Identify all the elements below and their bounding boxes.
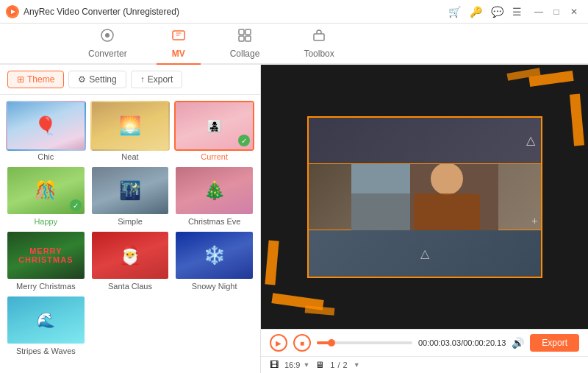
progress-fill (317, 341, 331, 344)
mv-icon (171, 28, 186, 46)
theme-name-christmas-eve: Christmas Eve (188, 217, 241, 226)
aspect-ratio-select[interactable]: 16:9 ▼ (284, 360, 309, 369)
maximize-button[interactable]: □ (548, 4, 564, 20)
theme-name-chic: Chic (37, 152, 54, 161)
tab-converter-label: Converter (88, 49, 127, 59)
theme-thumb-current: 👩‍👧‍👦 ✓ (174, 101, 254, 151)
seg-top-icon: △ (526, 133, 535, 147)
chat-icon[interactable]: 💬 (491, 6, 503, 18)
theme-name-stripes-waves: Stripes & Waves (16, 347, 76, 355)
title-bar: AnyRec Video Converter (Unregistered) 🛒 … (0, 0, 588, 24)
progress-dot (328, 339, 335, 347)
right-panel: △ (261, 65, 588, 373)
theme-name-simple: Simple (118, 217, 143, 226)
volume-icon[interactable]: 🔊 (512, 337, 524, 349)
tab-collage-label: Collage (230, 49, 260, 59)
theme-thumb-stripes-waves: 🌊 (6, 295, 86, 345)
app-logo (6, 5, 19, 18)
aspect-dropdown-arrow: ▼ (303, 361, 309, 369)
theme-item-current[interactable]: 👩‍👧‍👦 ✓ Current (174, 101, 254, 161)
theme-check-happy: ✓ (70, 199, 82, 211)
collage-icon (237, 28, 252, 46)
window-controls: — □ ✕ (531, 4, 582, 20)
film-icon: 🎞 (270, 360, 279, 370)
page-dropdown-arrow[interactable]: ▼ (354, 361, 360, 369)
stop-button[interactable]: ■ (293, 334, 311, 352)
theme-item-neat[interactable]: 🌅 Neat (90, 101, 171, 161)
theme-item-merry-christmas[interactable]: MERRY CHRISTMAS Merry Christmas (6, 230, 86, 291)
page-total: 2 (343, 360, 348, 369)
tab-toolbox[interactable]: Toolbox (289, 24, 348, 65)
subtab-export[interactable]: ↑ Export (131, 71, 183, 88)
theme-thumb-happy: 🎊 ✓ (6, 166, 86, 216)
theme-item-stripes-waves[interactable]: 🌊 Stripes & Waves (6, 295, 86, 355)
theme-item-santa-claus[interactable]: 🎅 Santa Claus (90, 230, 171, 291)
svg-rect-8 (245, 36, 251, 41)
seg-bot-icon: △ (420, 246, 429, 260)
theme-thumb-simple: 🌃 (90, 166, 171, 216)
export-button[interactable]: Export (530, 334, 579, 352)
time-total: 00:00:20.13 (463, 338, 506, 347)
svg-point-11 (431, 164, 463, 195)
cart-icon[interactable]: 🛒 (448, 6, 461, 18)
theme-name-current: Current (201, 152, 228, 161)
converter-icon (100, 28, 115, 46)
menu-icon[interactable]: ☰ (512, 6, 522, 18)
deco-strip-right (570, 94, 584, 146)
theme-grid-icon: ⊞ (17, 74, 24, 85)
svg-rect-15 (351, 164, 410, 193)
video-frame: △ (307, 116, 542, 278)
aspect-ratio-value: 16:9 (284, 360, 300, 369)
theme-item-chic[interactable]: 🎈 Chic (6, 101, 86, 161)
video-segments: △ (309, 118, 541, 277)
monitor-icon: 🖥 (315, 360, 324, 370)
video-seg-bot: △ (309, 230, 541, 277)
time-current: 00:00:03.03 (418, 338, 461, 347)
subtab-setting[interactable]: ⚙ Setting (68, 71, 126, 88)
svg-point-3 (105, 33, 110, 38)
theme-thumb-snowy-night: ❄️ (174, 230, 254, 280)
left-panel: ⊞ Theme ⚙ Setting ↑ Export 🎈 Chic (0, 65, 261, 373)
sub-tabs: ⊞ Theme ⚙ Setting ↑ Export (0, 65, 260, 95)
tab-toolbox-label: Toolbox (304, 49, 334, 59)
theme-name-merry-christmas: Merry Christmas (16, 282, 76, 291)
minimize-button[interactable]: — (531, 4, 547, 20)
subtab-export-label: Export (148, 74, 173, 85)
theme-item-christmas-eve[interactable]: 🎄 Christmas Eve (174, 166, 254, 226)
theme-item-happy[interactable]: 🎊 ✓ Happy (6, 166, 86, 226)
app-title: AnyRec Video Converter (Unregistered) (24, 7, 179, 17)
progress-bar[interactable] (317, 341, 412, 344)
export-arrow-icon: ↑ (140, 74, 145, 85)
time-display: 00:00:03.03/00:00:20.13 (418, 338, 506, 347)
deco-strip-bottom (305, 305, 335, 315)
person-svg (351, 164, 498, 230)
theme-name-snowy-night: Snowy Night (192, 282, 237, 291)
theme-thumb-santa-claus: 🎅 (90, 230, 171, 280)
preview-area: △ (261, 65, 588, 329)
tab-converter[interactable]: Converter (74, 24, 142, 65)
theme-thumb-chic: 🎈 (6, 101, 86, 151)
title-bar-right: 🛒 🔑 💬 ☰ — □ ✕ (448, 4, 582, 20)
key-icon[interactable]: 🔑 (470, 6, 482, 18)
theme-check-current: ✓ (238, 135, 250, 146)
tab-collage[interactable]: Collage (215, 24, 275, 65)
tab-mv[interactable]: MV (157, 24, 201, 65)
page-control: 1/2 (330, 360, 347, 369)
video-seg-mid: + (309, 164, 541, 230)
close-button[interactable]: ✕ (566, 4, 582, 20)
toolbox-icon (312, 28, 326, 46)
seg-mid-icon: + (531, 215, 537, 227)
title-bar-left: AnyRec Video Converter (Unregistered) (6, 5, 179, 18)
subtab-theme[interactable]: ⊞ Theme (7, 71, 64, 88)
play-button[interactable]: ▶ (270, 334, 287, 352)
controls-row2: 🎞 16:9 ▼ 🖥 1/2 ▼ (261, 356, 588, 373)
theme-item-snowy-night[interactable]: ❄️ Snowy Night (174, 230, 254, 291)
nav-tabs: Converter MV Collage Toolbox (0, 24, 588, 65)
svg-rect-5 (239, 29, 244, 35)
subtab-setting-label: Setting (89, 74, 116, 85)
setting-gear-icon: ⚙ (78, 74, 86, 85)
svg-rect-6 (245, 29, 251, 35)
theme-name-happy: Happy (34, 217, 57, 226)
deco-strip-left (265, 241, 279, 285)
theme-item-simple[interactable]: 🌃 Simple (90, 166, 171, 226)
